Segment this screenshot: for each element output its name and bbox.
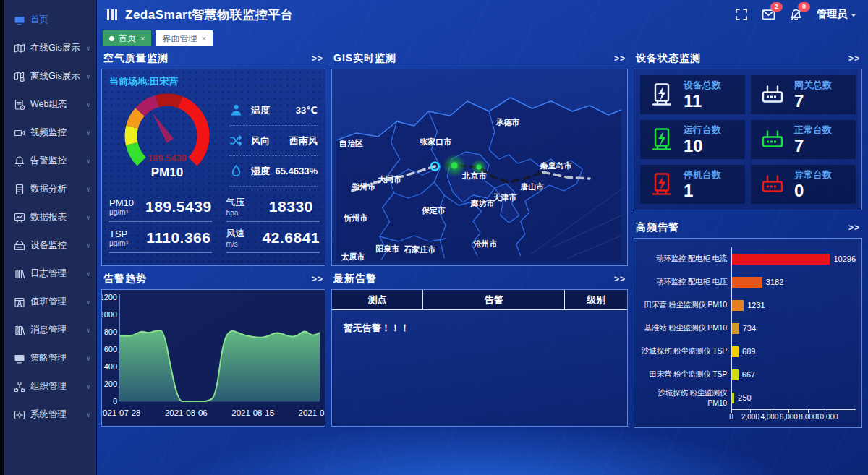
weather-value: 65.4633% [275, 166, 318, 176]
device-stat-value: 7 [794, 92, 832, 111]
chevron-down-icon: ∨ [85, 411, 90, 419]
collapse-menu-icon[interactable] [107, 9, 117, 20]
device-status-panel: 设备总数11网关总数7运行台数10正常台数7停机台数1异常台数0 [634, 69, 862, 210]
tab-label: 界面管理 [162, 33, 197, 45]
city-label: 大同市 [378, 175, 401, 184]
bar-value-label: 667 [742, 370, 755, 379]
active-tab-dot [109, 36, 114, 41]
user-menu[interactable]: 管理员 [817, 8, 856, 21]
sidebar: 首页在线Gis展示∨离线Gis展示∨Web组态∨视频监控∨告警监控∨数据分析∨数… [4, 0, 97, 475]
fullscreen-icon[interactable] [735, 8, 748, 21]
device-stat-value: 7 [794, 137, 832, 155]
bar [732, 393, 734, 403]
sidebar-item-label: 首页 [30, 14, 90, 26]
weather-value: 西南风 [289, 134, 318, 147]
device-panel-title: 设备状态监测 [636, 52, 701, 65]
device-stat-label: 网关总数 [794, 79, 832, 92]
table-header-row: 测点告警级别 [332, 290, 627, 310]
sidebar-item-3[interactable]: Web组态∨ [4, 90, 96, 119]
sidebar-item-1[interactable]: 在线Gis展示∨ [4, 34, 96, 62]
weather-label: 风向 [251, 134, 289, 147]
chevron-down-icon: ∨ [85, 73, 90, 80]
stat-label: 风速 [226, 227, 263, 240]
chevron-down-icon: ∨ [85, 45, 90, 52]
svg-text:400: 400 [104, 362, 117, 371]
device-stat-label: 异常台数 [794, 168, 832, 181]
x-axis-tick-label: 4,000 [760, 413, 778, 421]
sidebar-item-5[interactable]: 告警监控∨ [4, 147, 96, 175]
sidebar-item-0[interactable]: 首页 [4, 6, 96, 34]
system-gear-icon [14, 409, 25, 421]
device-stat-value: 0 [794, 181, 832, 200]
topbar-actions: 2 0 管理员 [735, 8, 856, 22]
tab-1[interactable]: 界面管理× [156, 30, 212, 46]
tab-label: 首页 [119, 33, 136, 45]
sidebar-item-label: 设备监控 [30, 239, 84, 252]
pm10-gauge: 189.5439 PM10 [109, 88, 229, 189]
mail-icon[interactable]: 2 [762, 8, 775, 22]
sidebar-item-label: 系统管理 [30, 408, 84, 421]
trend-panel-more-link[interactable]: >> [312, 274, 323, 284]
city-label: 北京市 [462, 171, 487, 180]
chevron-down-icon: ∨ [85, 129, 90, 137]
air-panel-more-link[interactable]: >> [312, 54, 323, 64]
bell-mute-icon[interactable]: 0 [789, 8, 803, 22]
city-label: 石家庄市 [404, 245, 436, 254]
chevron-down-icon: ∨ [85, 383, 90, 390]
bar-category-label: 田宋营 粉尘监测仪 PM10 [640, 300, 731, 310]
table-column-header-2: 级别 [565, 290, 627, 309]
city-label: 自治区 [339, 139, 363, 147]
device-stat-label: 停机台数 [684, 168, 721, 181]
sidebar-item-2[interactable]: 离线Gis展示∨ [4, 62, 96, 90]
bar-category-label: 沙城探伤 粉尘监测仪 TSP [640, 346, 731, 356]
bar-row-3: 基准站 粉尘监测仪 PM10734 [640, 317, 856, 340]
sidebar-item-14[interactable]: 系统管理∨ [4, 401, 96, 429]
video-camera-icon [14, 127, 25, 139]
air-stat-3: 风速m/s42.6841 [226, 222, 320, 253]
tab-close-icon[interactable]: × [140, 34, 145, 43]
sidebar-item-label: Web组态 [30, 98, 84, 111]
weather-row-2: 湿度65.4633% [229, 156, 318, 187]
city-label: 忻州市 [343, 213, 367, 222]
sidebar-item-8[interactable]: 设备监控∨ [4, 231, 96, 260]
chevron-down-icon: ∨ [85, 101, 90, 108]
bar-value-label: 1231 [747, 301, 765, 309]
table-column-header-1: 告警 [423, 290, 565, 309]
tab-close-icon[interactable]: × [201, 34, 205, 43]
bar [732, 346, 739, 357]
device-stat-card-1: 网关总数7 [751, 75, 856, 114]
sidebar-item-6[interactable]: 数据分析∨ [4, 175, 96, 203]
sidebar-item-9[interactable]: 日志管理∨ [4, 260, 96, 288]
device-panel-more-link[interactable]: >> [848, 54, 860, 64]
bar-category-label: 动环监控 配电柜 电流 [640, 254, 731, 264]
device-stat-card-2: 运行台数10 [640, 120, 745, 159]
latest-alarm-table: 测点告警级别 暂无告警！！！ [331, 289, 628, 427]
sidebar-item-12[interactable]: 策略管理∨ [4, 344, 96, 372]
air-stat-0: PM10µg/m³189.5439 [109, 191, 212, 222]
chevron-down-icon: ∨ [85, 270, 90, 278]
alarm-trend-chart: 0200400600800100012002021-07-282021-08-0… [101, 289, 326, 427]
sidebar-item-label: 在线Gis展示 [30, 42, 84, 54]
stat-label: PM10 [109, 197, 145, 208]
sidebar-item-11[interactable]: 消息管理∨ [4, 316, 96, 344]
freq-panel-title: 高频告警 [636, 221, 679, 234]
sidebar-item-10[interactable]: 值班管理∨ [4, 288, 96, 316]
sidebar-item-4[interactable]: 视频监控∨ [4, 119, 96, 147]
latest-panel-more-link[interactable]: >> [614, 274, 626, 284]
alarm-glow-core [451, 163, 458, 169]
water-drop-icon [229, 164, 247, 178]
stat-value: 1110.366 [145, 229, 212, 247]
duty-calendar-icon [14, 296, 25, 308]
air-stat-2: TSPµg/m³1110.366 [109, 222, 212, 253]
gis-panel-more-link[interactable]: >> [614, 54, 626, 64]
freq-panel-more-link[interactable]: >> [848, 223, 860, 233]
sidebar-item-7[interactable]: 数据报表∨ [4, 203, 96, 231]
stat-unit: µg/m³ [109, 239, 145, 247]
wind-direction-icon [229, 134, 247, 147]
sidebar-item-label: 值班管理 [30, 296, 84, 308]
sidebar-item-13[interactable]: 组织管理∨ [4, 372, 96, 401]
screen-icon [14, 353, 25, 364]
tab-0[interactable]: 首页× [103, 30, 151, 46]
device-stat-card-0: 设备总数11 [640, 75, 745, 114]
sidebar-item-label: 策略管理 [30, 352, 84, 364]
